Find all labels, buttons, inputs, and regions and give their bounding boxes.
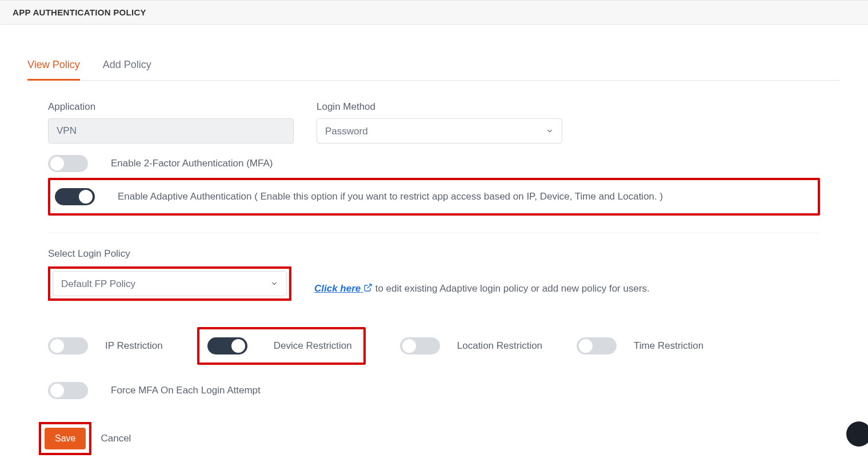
time-restriction-item: Time Restriction: [577, 337, 703, 355]
adaptive-toggle[interactable]: [55, 188, 95, 205]
toggle-knob: [579, 339, 593, 353]
login-policy-highlight: Default FP Policy: [48, 266, 291, 301]
location-restriction-item: Location Restriction: [400, 337, 542, 355]
toggle-knob: [402, 339, 416, 353]
save-button[interactable]: Save: [45, 428, 86, 449]
device-restriction-highlight: Device Restriction: [197, 327, 366, 365]
time-restriction-label: Time Restriction: [634, 340, 703, 352]
toggle-knob: [231, 339, 245, 353]
ip-restriction-label: IP Restriction: [105, 340, 163, 352]
ip-restriction-toggle[interactable]: [48, 337, 88, 355]
external-link-icon: [363, 283, 373, 295]
application-group: Application VPN: [48, 101, 294, 144]
force-mfa-label: Force MFA On Each Login Attempt: [111, 385, 261, 396]
mfa-row: Enable 2-Factor Authentication (MFA): [48, 155, 820, 172]
login-policy-select[interactable]: Default FP Policy: [53, 271, 287, 296]
application-label: Application: [48, 101, 294, 113]
svg-line-0: [367, 284, 371, 288]
time-restriction-toggle[interactable]: [577, 337, 617, 355]
help-bubble-icon[interactable]: [846, 421, 868, 447]
adaptive-highlight: Enable Adaptive Authentication ( Enable …: [48, 178, 820, 216]
application-field: VPN: [48, 118, 294, 144]
device-restriction-label: Device Restriction: [274, 340, 352, 352]
page-title: APP AUTHENTICATION POLICY: [13, 7, 855, 17]
force-mfa-row: Force MFA On Each Login Attempt: [48, 382, 820, 399]
select-login-policy-label: Select Login Policy: [48, 248, 820, 260]
toggle-knob: [50, 157, 64, 170]
tab-view-policy[interactable]: View Policy: [27, 52, 80, 81]
login-method-group: Login Method Password: [317, 101, 562, 144]
adaptive-label: Enable Adaptive Authentication ( Enable …: [118, 191, 663, 202]
save-highlight: Save: [39, 422, 91, 455]
mfa-label: Enable 2-Factor Authentication (MFA): [111, 158, 273, 169]
toggle-knob: [79, 190, 93, 204]
toggle-knob: [50, 339, 64, 353]
mfa-toggle[interactable]: [48, 155, 88, 172]
tab-add-policy[interactable]: Add Policy: [103, 52, 151, 81]
cancel-button[interactable]: Cancel: [101, 433, 131, 444]
policy-hint-text: to edit existing Adaptive login policy o…: [373, 283, 650, 294]
login-method-label: Login Method: [317, 101, 562, 113]
toggle-knob: [50, 384, 64, 397]
force-mfa-toggle[interactable]: [48, 382, 88, 399]
location-restriction-label: Location Restriction: [457, 340, 542, 352]
divider: [48, 233, 820, 233]
location-restriction-toggle[interactable]: [400, 337, 440, 355]
policy-hint: Click here to edit existing Adaptive log…: [314, 283, 650, 301]
page-header: APP AUTHENTICATION POLICY: [0, 0, 868, 25]
tabs-container: View Policy Add Policy: [27, 52, 841, 81]
device-restriction-toggle[interactable]: [207, 337, 247, 355]
login-method-select[interactable]: Password: [317, 118, 562, 144]
click-here-link[interactable]: Click here: [314, 283, 373, 294]
ip-restriction-item: IP Restriction: [48, 337, 163, 355]
